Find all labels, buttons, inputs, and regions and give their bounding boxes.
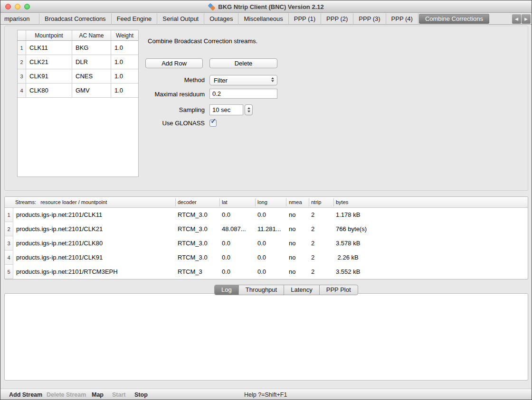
tab-feed-engine[interactable]: Feed Engine <box>112 13 158 25</box>
tab-comparison-truncated[interactable]: mparison <box>0 13 39 25</box>
use-glonass-checkbox[interactable]: ✓ <box>209 120 217 127</box>
table-row: 2 CLK21 DLR 1.0 <box>18 55 138 69</box>
row-number[interactable]: 4 <box>18 84 26 98</box>
checkmark-icon: ✓ <box>210 117 217 125</box>
cell-ac-name[interactable]: DLR <box>72 55 111 69</box>
col-header-mountpoint[interactable]: Streams: resource loader / mountpoint <box>15 197 107 208</box>
stream-row[interactable]: 4 products.igs-ip.net:2101/CLK91 RTCM_3.… <box>5 251 528 265</box>
cell-mountpoint[interactable]: CLK11 <box>26 41 72 55</box>
stepper-down-icon <box>247 111 250 112</box>
tab-ppp-1[interactable]: PPP (1) <box>289 13 321 25</box>
maximal-residuum-label: Maximal residuum <box>86 89 205 99</box>
maximal-residuum-input[interactable]: 0.2 <box>209 89 277 99</box>
method-label: Method <box>86 75 205 85</box>
cell-lat: 0.0 <box>222 208 230 222</box>
tab-latency[interactable]: Latency <box>284 285 320 295</box>
cell-ntrip: 2 <box>311 222 314 236</box>
tab-scroll-right-button[interactable]: ▶ <box>522 14 531 24</box>
use-glonass-label: Use GLONASS <box>86 120 205 127</box>
stream-row[interactable]: 1 products.igs-ip.net:2101/CLK11 RTCM_3.… <box>5 208 528 222</box>
corner-cell <box>18 30 26 40</box>
col-header-long[interactable]: long <box>257 197 267 208</box>
row-number[interactable]: 3 <box>18 69 26 84</box>
stream-row[interactable]: 2 products.igs-ip.net:2101/CLK21 RTCM_3.… <box>5 222 528 236</box>
delete-button[interactable]: Delete <box>209 58 277 68</box>
stop-button[interactable]: Stop <box>134 389 148 400</box>
panel-description: Combine Broadcast Correction streams. <box>148 37 257 45</box>
cell-long: 0.0 <box>257 251 266 265</box>
cell-nmea: no <box>289 208 295 222</box>
tab-miscellaneous[interactable]: Miscellaneous <box>238 13 288 25</box>
tab-ppp-4[interactable]: PPP (4) <box>386 13 418 25</box>
cell-mountpoint[interactable]: CLK21 <box>26 55 72 69</box>
map-button[interactable]: Map <box>92 389 104 400</box>
cell-bytes: 2.26 kB <box>336 251 359 265</box>
tab-serial-output[interactable]: Serial Output <box>157 13 204 25</box>
streams-table: Streams: resource loader / mountpoint de… <box>4 196 528 279</box>
col-header-decoder[interactable]: decoder <box>178 197 197 208</box>
main-tab-bar: mparison Broadcast Corrections Feed Engi… <box>0 13 532 25</box>
tab-outages[interactable]: Outages <box>204 13 238 25</box>
method-value: Filter <box>214 77 228 84</box>
cell-long: 0.0 <box>257 208 266 222</box>
col-header-bytes[interactable]: bytes <box>336 197 348 208</box>
sampling-input[interactable]: 10 sec <box>209 104 243 115</box>
streams-table-header: Streams: resource loader / mountpoint de… <box>5 197 528 208</box>
cell-decoder: RTCM_3.0 <box>178 236 208 251</box>
cell-decoder: RTCM_3.0 <box>178 208 208 222</box>
row-number: 5 <box>5 265 13 279</box>
method-select[interactable]: Filter <box>209 75 277 85</box>
col-header-weight[interactable]: Weight <box>111 30 138 40</box>
row-number: 1 <box>5 208 13 222</box>
cell-lat: 0.0 <box>222 265 230 279</box>
select-arrows-icon <box>271 77 274 82</box>
row-number: 3 <box>5 236 13 251</box>
cell-weight[interactable]: 1.0 <box>111 41 138 55</box>
cell-mountpoint: products.igs-ip.net:2101/CLK80 <box>16 236 103 251</box>
cell-decoder: RTCM_3.0 <box>178 251 208 265</box>
tab-ppp-plot[interactable]: PPP Plot <box>320 285 358 295</box>
row-number[interactable]: 1 <box>18 41 26 55</box>
col-header-ac-name[interactable]: AC Name <box>72 30 111 40</box>
table-row: 1 CLK11 BKG 1.0 <box>18 41 138 55</box>
add-stream-button[interactable]: Add Stream <box>9 389 42 400</box>
cell-mountpoint[interactable]: CLK91 <box>26 69 72 84</box>
col-header-mountpoint[interactable]: Mountpoint <box>26 30 72 40</box>
cell-bytes: 3.552 kB <box>336 265 360 279</box>
stream-row[interactable]: 3 products.igs-ip.net:2101/CLK80 RTCM_3.… <box>5 236 528 251</box>
tab-ppp-2[interactable]: PPP (2) <box>321 13 353 25</box>
chevron-left-icon: ◀ <box>515 17 518 21</box>
log-panel: 15-06-23 08:37:09 ========== Start BNC v… <box>4 293 528 381</box>
action-bar: Add Stream Delete Stream Map Start Stop … <box>0 389 532 400</box>
cell-lat: 48.087... <box>222 222 246 236</box>
tab-throughput[interactable]: Throughput <box>239 285 285 295</box>
col-header-ntrip[interactable]: ntrip <box>311 197 321 208</box>
cell-nmea: no <box>289 236 295 251</box>
cell-decoder: RTCM_3 <box>178 265 202 279</box>
cell-long: 0.0 <box>257 265 266 279</box>
col-header-nmea[interactable]: nmea <box>289 197 302 208</box>
tab-log[interactable]: Log <box>215 285 239 295</box>
tab-ppp-3[interactable]: PPP (3) <box>353 13 386 25</box>
cell-nmea: no <box>289 222 295 236</box>
window-title: BKG Ntrip Client (BNC) Version 2.12 <box>218 3 323 10</box>
cell-bytes: 766 byte(s) <box>336 222 367 236</box>
cell-mountpoint: products.igs-ip.net:2101/RTCM3EPH <box>16 265 118 279</box>
sampling-stepper[interactable] <box>245 104 253 115</box>
title-bar: BKG Ntrip Client (BNC) Version 2.12 <box>0 0 532 13</box>
cell-ntrip: 2 <box>311 251 314 265</box>
cell-lat: 0.0 <box>222 236 230 251</box>
tab-scroll-left-button[interactable]: ◀ <box>512 14 521 24</box>
cell-mountpoint[interactable]: CLK80 <box>26 84 72 98</box>
tab-combine-corrections[interactable]: Combine Corrections <box>419 14 489 24</box>
cell-bytes: 3.578 kB <box>336 236 360 251</box>
add-row-button[interactable]: Add Row <box>145 58 203 68</box>
cell-ac-name[interactable]: BKG <box>72 41 111 55</box>
stream-row[interactable]: 5 products.igs-ip.net:2101/RTCM3EPH RTCM… <box>5 265 528 279</box>
row-number[interactable]: 2 <box>18 55 26 69</box>
tab-broadcast-corrections[interactable]: Broadcast Corrections <box>39 13 112 25</box>
cell-weight[interactable]: 1.0 <box>111 55 138 69</box>
cell-long: 11.281... <box>257 222 281 236</box>
col-header-lat[interactable]: lat <box>222 197 228 208</box>
cell-bytes: 1.178 kB <box>336 208 360 222</box>
